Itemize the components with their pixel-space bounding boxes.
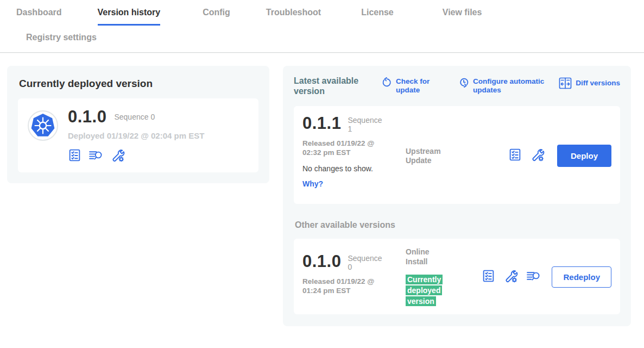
no-changes-text: No changes to show. [302,164,406,173]
other-available-versions-title: Other available versions [295,220,620,230]
preflight-checklist-icon[interactable] [482,269,495,285]
deployed-sequence-label: Sequence 0 [114,113,155,121]
kubernetes-logo-icon [28,110,58,141]
schedule-update-icon [459,77,469,88]
tab-dashboard[interactable]: Dashboard [16,8,62,24]
deploy-logs-icon[interactable] [89,148,103,162]
config-wrench-icon[interactable] [110,148,125,163]
why-link[interactable]: Why? [302,179,323,188]
diff-versions-label: Diff versions [576,79,620,88]
tab-registry-settings[interactable]: Registry settings [26,33,97,42]
latest-actions: Deploy [508,145,611,167]
deployed-version-card: 0.1.0 Sequence 0 Deployed 01/19/22 @ 02:… [18,98,258,172]
diff-versions-link[interactable]: Diff versions [559,77,620,89]
deployed-version-info: 0.1.0 Sequence 0 Deployed 01/19/22 @ 02:… [68,107,204,163]
deploy-button[interactable]: Deploy [557,145,611,167]
tab-license[interactable]: License [361,8,394,24]
other-source-label: Online Install [406,247,438,266]
available-versions-header: Latest available version Check for updat… [294,76,620,96]
config-wrench-icon[interactable] [530,147,545,164]
currently-deployed-title: Currently deployed version [19,78,258,90]
currently-deployed-panel: Currently deployed version [7,66,269,183]
latest-version-number: 0.1.1 [302,115,341,132]
latest-available-title: Latest available version [294,76,373,96]
other-version-card: 0.1.0 Sequence 0 Released 01/19/22 @ 01:… [294,239,620,314]
deployed-timestamp: Deployed 01/19/22 @ 02:04 pm EST [68,131,204,140]
latest-sequence-label: Sequence 1 [348,116,383,133]
other-version-info: 0.1.0 Sequence 0 Released 01/19/22 @ 01:… [302,247,406,307]
nav-row-primary: Dashboard Version history Config Trouble… [0,0,644,27]
refresh-arrow-icon [382,77,392,88]
other-released-timestamp: Released 01/19/22 @ 01:24 pm EST [302,277,395,296]
diff-versions-icon [559,77,572,89]
currently-deployed-badge: Currently deployed version [406,275,443,306]
main-content: Currently deployed version [0,53,644,326]
other-version-number: 0.1.0 [302,253,341,270]
tab-config[interactable]: Config [203,8,230,24]
tab-view-files[interactable]: View files [443,8,482,24]
tab-version-history[interactable]: Version history [98,8,161,26]
other-source-column: Online Install Currently deployed versio… [406,247,460,307]
top-navigation: Dashboard Version history Config Trouble… [0,0,644,53]
available-versions-panel: Latest available version Check for updat… [283,66,631,326]
configure-automatic-updates-label: Configure automatic updates [473,77,553,95]
latest-source-label: Upstream Update [406,147,449,166]
preflight-checklist-icon[interactable] [68,148,81,162]
preflight-checklist-icon[interactable] [508,148,522,164]
deployed-version-number: 0.1.0 [68,107,106,127]
check-for-update-label: Check for update [396,77,436,95]
configure-automatic-updates-link[interactable]: Configure automatic updates [459,77,553,95]
deploy-logs-icon[interactable] [526,269,541,285]
redeploy-button[interactable]: Redeploy [552,266,611,288]
other-sequence-label: Sequence 0 [348,254,383,271]
latest-version-card: 0.1.1 Sequence 1 Released 01/19/22 @ 02:… [294,106,620,204]
other-actions: Redeploy [482,266,611,288]
latest-version-info: 0.1.1 Sequence 1 Released 01/19/22 @ 02:… [302,115,406,196]
check-for-update-link[interactable]: Check for update [382,77,436,95]
config-wrench-icon[interactable] [503,269,518,285]
latest-released-timestamp: Released 01/19/22 @ 02:32 pm EST [302,139,395,158]
nav-row-secondary: Registry settings [0,27,644,52]
latest-source-column: Upstream Update [406,147,460,166]
tab-troubleshoot[interactable]: Troubleshoot [266,8,321,24]
